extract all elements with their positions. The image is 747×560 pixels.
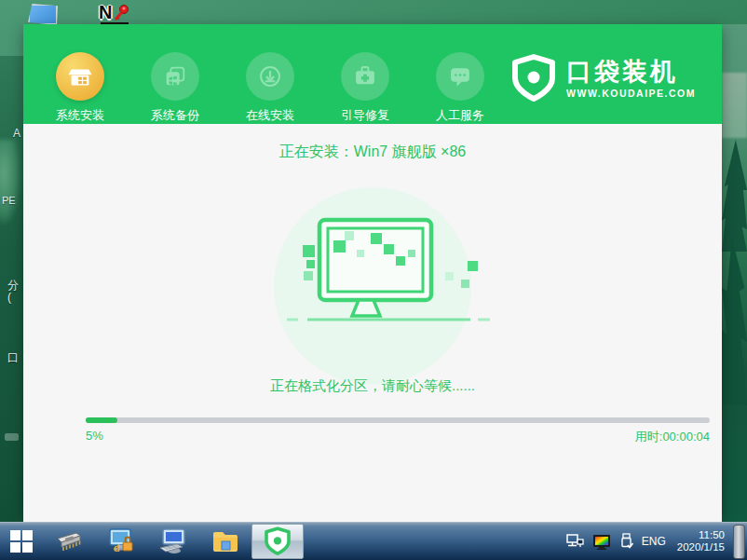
desktop-shortcut-display-icon[interactable] xyxy=(28,4,58,25)
nav-label: 系统安装 xyxy=(56,107,104,124)
nav-label: 在线安装 xyxy=(246,107,294,124)
nav-item-boot-repair[interactable]: 引导修复 xyxy=(332,52,399,124)
display-color-icon[interactable] xyxy=(592,534,611,550)
taskbar-app-ram[interactable] xyxy=(43,523,95,560)
chat-bubble-icon xyxy=(436,52,484,101)
taskbar-app-explorer[interactable] xyxy=(199,523,251,560)
memory-chip-icon xyxy=(54,528,84,554)
monitor-illustration-icon xyxy=(251,217,494,324)
install-box-icon xyxy=(56,52,104,101)
nav-item-system-backup[interactable]: 系统备份 xyxy=(142,52,209,124)
desktop-label-fragment[interactable]: PE xyxy=(2,195,16,206)
usb-eject-icon[interactable] xyxy=(619,533,633,550)
system-tray: ENG 11:50 2020/1/15 xyxy=(566,523,747,560)
desktop-branch-decor xyxy=(0,140,20,224)
clock-time: 11:50 xyxy=(677,529,725,541)
svg-text:d: d xyxy=(114,542,120,553)
desktop-shortcut-n-key[interactable]: N xyxy=(99,2,132,26)
installing-title: 正在安装：Win7 旗舰版 ×86 xyxy=(23,143,722,162)
desktop-label-fragment[interactable]: A xyxy=(13,127,20,140)
desktop-label-smudge xyxy=(5,433,19,441)
desktop-label-fragment[interactable]: 口 xyxy=(7,350,19,366)
koudai-shield-icon xyxy=(264,526,292,556)
progress-percent-label: 5% xyxy=(86,429,103,443)
language-indicator[interactable]: ENG xyxy=(642,535,666,548)
nav-item-online-install[interactable]: 在线安装 xyxy=(237,52,304,124)
nav-item-human-service[interactable]: 人工服务 xyxy=(427,52,494,124)
backup-icon xyxy=(151,52,199,101)
red-key-icon xyxy=(112,4,130,22)
taskbar: d xyxy=(0,522,747,560)
koudai-installer-window: 口袋装机 V 3.1.532.254 URID:A5C84DD9A1655055… xyxy=(23,24,722,517)
folder-icon xyxy=(211,529,239,553)
computer-keyboard-icon xyxy=(158,527,188,555)
taskbar-app-computer[interactable] xyxy=(147,523,199,560)
start-button[interactable] xyxy=(0,523,43,560)
nav-label: 引导修复 xyxy=(341,107,389,124)
shortcut-letter: N xyxy=(99,2,112,22)
nav-tabs: 系统安装 系统备份 xyxy=(47,52,494,124)
show-desktop-button[interactable] xyxy=(733,525,745,559)
window-content: 正在安装：Win7 旗舰版 ×86 正在格式化分区，请耐心等候...... xyxy=(23,124,722,541)
windows-logo-icon xyxy=(10,530,33,553)
elapsed-time-label: 用时:00:00:04 xyxy=(635,429,710,445)
taskbar-clock[interactable]: 11:50 2020/1/15 xyxy=(677,529,725,553)
monitor-lock-icon: d xyxy=(106,527,136,555)
repair-toolbox-icon xyxy=(341,52,389,101)
network-icon[interactable] xyxy=(566,534,584,549)
download-icon xyxy=(246,52,294,101)
brand-name: 口袋装机 xyxy=(566,59,696,85)
nav-label: 人工服务 xyxy=(436,107,484,124)
taskbar-app-koudai-active[interactable] xyxy=(251,524,304,559)
nav-label: 系统备份 xyxy=(151,107,199,124)
nav-item-system-install[interactable]: 系统安装 xyxy=(47,52,114,124)
progress-bar xyxy=(86,417,710,423)
clock-date: 2020/1/15 xyxy=(677,541,725,553)
progress-fill xyxy=(86,417,117,423)
shield-logo-icon xyxy=(510,54,557,102)
desktop-label-fragment[interactable]: ( xyxy=(7,291,11,304)
desktop-sage-patch xyxy=(722,73,747,138)
taskbar-app-remote[interactable]: d xyxy=(95,523,147,560)
brand-site: WWW.KOUDAIPE.COM xyxy=(566,88,696,99)
status-text: 正在格式化分区，请耐心等候...... xyxy=(23,377,722,395)
brand-logo: 口袋装机 WWW.KOUDAIPE.COM xyxy=(510,54,696,102)
window-header: 系统安装 系统备份 xyxy=(23,24,722,124)
